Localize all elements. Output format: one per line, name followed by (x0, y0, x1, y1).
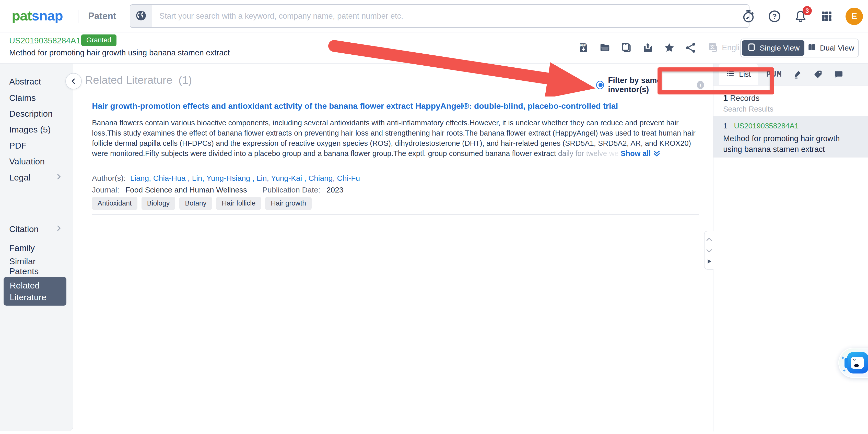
user-avatar[interactable]: E (845, 8, 863, 25)
sidebar-item-valuation[interactable]: Valuation (0, 153, 73, 169)
share-icon[interactable] (685, 42, 697, 54)
record-list-item[interactable]: 1 US20190358284A1 Method for promoting h… (713, 116, 868, 158)
status-badge: Granted (81, 34, 117, 46)
pdf-download-icon[interactable]: PDF (577, 42, 590, 54)
filter-same-inventor-radio[interactable]: Filter by same inventor(s) i (596, 76, 704, 94)
logo-part-green: pat (12, 8, 32, 23)
notifications-bell-icon[interactable]: 3 (794, 9, 808, 24)
scroll-up-icon[interactable] (705, 236, 713, 243)
translate-icon: 文 (708, 42, 719, 54)
tag-chip[interactable]: Biology (142, 197, 176, 210)
literature-title-link[interactable]: Hair growth-promotion effects and antiox… (92, 101, 677, 111)
records-count-label: Records (730, 94, 760, 103)
results-panel: List PUM 1 Records Search Results 1 US20… (713, 64, 868, 434)
info-icon[interactable]: i (697, 81, 704, 89)
sidebar-divider (3, 194, 70, 194)
search-scope-button[interactable] (130, 5, 152, 27)
related-literature-panel: Related Literature (1) All Filter by sam… (74, 64, 704, 434)
sidebar-item-pdf[interactable]: PDF (0, 137, 73, 154)
authors-links[interactable]: Liang, Chia-Hua , Lin, Yung-Hsiang , Lin… (130, 174, 360, 182)
show-all-link[interactable]: Show all (621, 149, 661, 158)
abstract-fading-text: daily for twelve we (556, 149, 619, 158)
chat-assistant-widget[interactable]: ✦ ✦ ˇ (838, 348, 868, 378)
dual-view-button[interactable]: Dual View (804, 40, 857, 56)
radio-unchecked-icon (563, 81, 572, 89)
single-view-button[interactable]: Single View (742, 40, 804, 56)
records-count-number: 1 (723, 93, 728, 103)
expand-panel-icon[interactable] (706, 258, 712, 265)
single-view-icon (747, 43, 756, 54)
search-input[interactable] (152, 5, 749, 27)
search-results-subtitle: Search Results (723, 105, 774, 113)
content-divider (92, 214, 699, 215)
show-all-label: Show all (621, 149, 651, 158)
star-icon[interactable] (663, 42, 675, 54)
chevron-right-icon (55, 224, 63, 234)
dual-view-label: Dual View (820, 44, 855, 52)
record-patent-number-link[interactable]: US20190358284A1 (734, 122, 799, 130)
sidebar-item-label: Description (9, 109, 53, 119)
authors-row: Author(s): Liang, Chia-Hua , Lin, Yung-H… (92, 174, 360, 182)
scroll-down-icon[interactable] (705, 247, 713, 255)
dual-view-icon (807, 43, 816, 54)
panel-resize-handle (704, 231, 713, 270)
logo-divider (78, 10, 79, 23)
record-index: 1 (723, 122, 727, 130)
view-toggle: Single View Dual View (740, 38, 859, 58)
authors-label: Author(s): (92, 174, 126, 182)
record-head: 1 US20190358284A1 (723, 122, 868, 130)
sidebar-item-label: Legal (9, 173, 30, 182)
logo-part-blue: snap (32, 8, 63, 23)
history-timer-icon[interactable] (741, 9, 755, 24)
tag-chip[interactable]: Botany (179, 197, 212, 210)
tag-chip[interactable]: Antioxidant (92, 197, 137, 210)
sidebar-item-related-literature[interactable]: Related Literature (4, 277, 66, 306)
keyword-tags: Antioxidant Biology Botany Hair follicle… (92, 197, 312, 210)
sidebar-item-citation[interactable]: Citation (0, 221, 73, 237)
sidebar-item-label: Similar Patents (9, 256, 63, 276)
sidebar-item-legal[interactable]: Legal (0, 169, 73, 186)
top-bar: patsnap Patent ? 3 (0, 0, 868, 32)
sidebar-item-family[interactable]: Family (0, 240, 73, 256)
folder-icon[interactable] (599, 42, 611, 54)
sidebar-item-label: Images (5) (9, 125, 51, 135)
sidebar-item-description[interactable]: Description (0, 105, 73, 122)
help-icon[interactable]: ? (767, 9, 782, 24)
sidebar-item-images[interactable]: Images (5) (0, 121, 73, 138)
sidebar-item-claims[interactable]: Claims (0, 90, 73, 106)
patsnap-logo[interactable]: patsnap (12, 8, 63, 24)
filter-all-radio[interactable]: All (563, 80, 586, 90)
sparkle-icon: ✦ (842, 368, 846, 373)
journal-label: Journal: (92, 186, 119, 194)
patent-number-link[interactable]: US20190358284A1 (9, 36, 81, 45)
filter-same-inventor-label: Filter by same inventor(s) (608, 76, 693, 94)
radio-checked-icon (596, 81, 604, 89)
left-sidebar: Abstract Claims Description Images (5) P… (0, 64, 73, 431)
journal-row: Journal: Food Science and Human Wellness… (92, 186, 344, 194)
tag-chip[interactable]: Hair growth (265, 197, 312, 210)
sidebar-item-similar-patents[interactable]: Similar Patents (0, 258, 73, 274)
single-view-label: Single View (760, 44, 800, 52)
sidebar-item-abstract[interactable]: Abstract (0, 73, 73, 90)
record-title: Method for promoting hair growth using b… (723, 133, 859, 155)
tag-icon[interactable] (813, 69, 823, 79)
comment-icon[interactable] (834, 69, 843, 79)
sidebar-collapse-button[interactable] (65, 73, 82, 89)
tab-list[interactable]: List (719, 63, 758, 85)
sidebar-item-label: Family (9, 243, 35, 253)
product-label: Patent (88, 11, 116, 22)
export-icon[interactable] (642, 42, 654, 54)
patent-header: US20190358284A1 Granted Method for promo… (0, 32, 868, 64)
apps-grid-icon[interactable] (819, 9, 834, 24)
tab-pum[interactable]: PUM (766, 70, 782, 79)
svg-text:文: 文 (710, 44, 715, 49)
copy-icon[interactable] (620, 42, 632, 54)
highlighter-icon[interactable] (793, 69, 803, 79)
tag-chip[interactable]: Hair follicle (216, 197, 261, 210)
double-chevron-down-icon (652, 149, 661, 158)
sidebar-item-label: Literature (10, 291, 60, 303)
filter-all-label: All (576, 80, 586, 90)
bottom-strip (0, 431, 868, 434)
tab-list-label: List (739, 70, 751, 79)
journal-value: Food Science and Human Wellness (125, 186, 247, 194)
